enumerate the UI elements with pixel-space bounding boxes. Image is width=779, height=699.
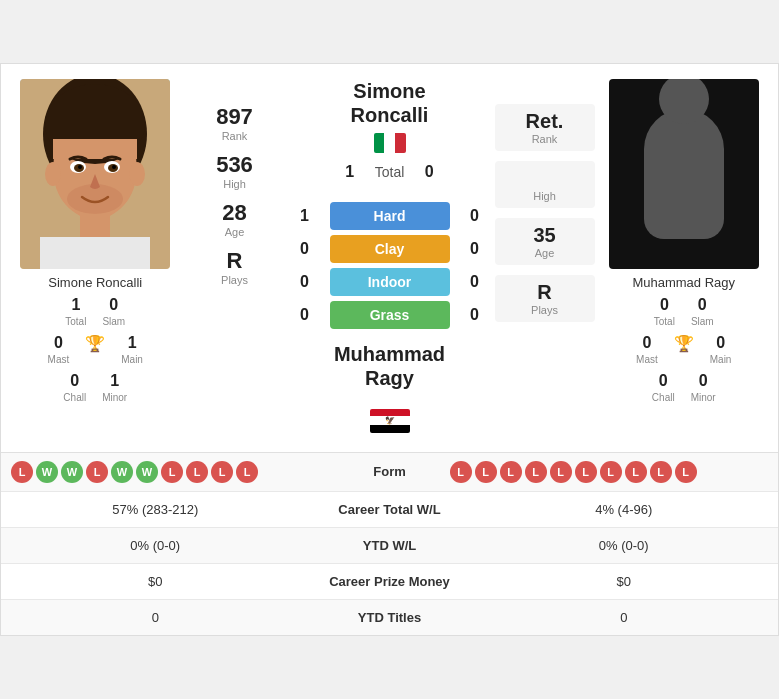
left-trophy-icon: 🏆 <box>85 334 105 366</box>
left-stats-row2: 0 Mast 🏆 1 Main <box>11 334 180 366</box>
stats-row-1: 0% (0-0) YTD W/L 0% (0-0) <box>1 527 778 563</box>
left-rank-stat: 897 Rank <box>216 104 253 142</box>
stats-center-label: Career Prize Money <box>290 574 490 589</box>
stats-row-3: 0 YTD Titles 0 <box>1 599 778 635</box>
left-form-badge: L <box>186 461 208 483</box>
stats-left-val: $0 <box>21 574 290 589</box>
left-chall-stat: 0 Chall <box>63 372 86 404</box>
right-form-badge: L <box>550 461 572 483</box>
left-middle-stats: 897 Rank 536 High 28 Age R Plays <box>180 104 290 442</box>
right-player-section: Muhammad Ragy 0 Total 0 Slam 0 Mast 🏆 <box>600 79 769 442</box>
right-age-stat: 35 Age <box>495 218 595 265</box>
left-form-badge: W <box>36 461 58 483</box>
right-form-badges: LLLLLLLLLL <box>450 461 769 483</box>
left-player-header: SimoneRoncalli <box>351 79 429 127</box>
right-rank-stat: Ret. Rank <box>495 104 595 151</box>
svg-point-12 <box>129 162 145 186</box>
stats-right-val: 4% (4-96) <box>490 502 759 517</box>
main-container: Simone Roncalli 1 Total 0 Slam 0 Mast 🏆 <box>0 63 779 636</box>
right-form-badge: L <box>475 461 497 483</box>
left-plays-stat: R Plays <box>221 248 248 286</box>
left-form-badge: L <box>161 461 183 483</box>
left-form-badge: L <box>11 461 33 483</box>
right-chall-stat: 0 Chall <box>652 372 675 404</box>
left-form-badge: L <box>86 461 108 483</box>
right-form-badge: L <box>450 461 472 483</box>
right-form-badge: L <box>525 461 547 483</box>
right-form-badge: L <box>500 461 522 483</box>
svg-point-9 <box>78 165 82 169</box>
right-form-badge: L <box>600 461 622 483</box>
left-stats-row3: 0 Chall 1 Minor <box>11 372 180 404</box>
svg-rect-14 <box>40 237 150 269</box>
left-form-badge: W <box>61 461 83 483</box>
stats-right-val: 0% (0-0) <box>490 538 759 553</box>
left-player-section: Simone Roncalli 1 Total 0 Slam 0 Mast 🏆 <box>11 79 180 442</box>
total-row: 1 Total 0 <box>335 163 445 181</box>
svg-rect-4 <box>53 139 137 159</box>
right-main-stat: 0 Main <box>710 334 732 366</box>
right-trophy-icon: 🏆 <box>674 334 694 366</box>
stats-row-0: 57% (283-212) Career Total W/L 4% (4-96) <box>1 491 778 527</box>
stats-center-label: Career Total W/L <box>290 502 490 517</box>
left-form-badge: W <box>136 461 158 483</box>
right-minor-stat: 0 Minor <box>691 372 716 404</box>
form-section: LWWLWWLLLL Form LLLLLLLLLL <box>1 452 778 491</box>
left-form-badges: LWWLWWLLLL <box>11 461 330 483</box>
right-flag: 🦅 <box>370 394 410 433</box>
right-player-name: Muhammad Ragy <box>632 275 735 290</box>
right-form-badge: L <box>575 461 597 483</box>
court-btn-grass[interactable]: Grass <box>330 301 450 329</box>
stats-left-val: 0% (0-0) <box>21 538 290 553</box>
left-total-stat: 1 Total <box>65 296 86 328</box>
left-minor-stat: 1 Minor <box>102 372 127 404</box>
top-section: Simone Roncalli 1 Total 0 Slam 0 Mast 🏆 <box>1 64 778 452</box>
svg-point-15 <box>67 184 123 214</box>
left-player-name: Simone Roncalli <box>48 275 142 290</box>
court-row-hard: 1 Hard 0 <box>290 202 490 230</box>
right-player-photo <box>609 79 759 269</box>
right-stats-row2: 0 Mast 🏆 0 Main <box>600 334 769 366</box>
svg-point-10 <box>112 165 116 169</box>
right-player-silhouette <box>644 109 724 239</box>
left-form-badge: L <box>211 461 233 483</box>
right-mast-stat: 0 Mast <box>636 334 658 366</box>
court-btn-indoor[interactable]: Indoor <box>330 268 450 296</box>
stats-left-val: 57% (283-212) <box>21 502 290 517</box>
right-stats-row3: 0 Chall 0 Minor <box>600 372 769 404</box>
stats-center-label: YTD W/L <box>290 538 490 553</box>
left-form-badge: L <box>236 461 258 483</box>
stats-center-label: YTD Titles <box>290 610 490 625</box>
court-btn-hard[interactable]: Hard <box>330 202 450 230</box>
left-high-stat: 536 High <box>216 152 253 190</box>
right-form-badge: L <box>675 461 697 483</box>
stats-left-val: 0 <box>21 610 290 625</box>
left-flag <box>374 131 406 159</box>
center-section: SimoneRoncalli 1 Total 0 1 Hard 0 0 Clay… <box>290 74 490 442</box>
court-btn-clay[interactable]: Clay <box>330 235 450 263</box>
left-slam-stat: 0 Slam <box>102 296 125 328</box>
stats-row-2: $0 Career Prize Money $0 <box>1 563 778 599</box>
left-player-photo <box>20 79 170 269</box>
stats-right-val: $0 <box>490 574 759 589</box>
right-middle-stats: Ret. Rank High 35 Age R Plays <box>490 104 600 442</box>
form-label: Form <box>330 464 450 479</box>
right-slam-stat: 0 Slam <box>691 296 714 328</box>
right-form-badge: L <box>650 461 672 483</box>
right-player-header: MuhammadRagy <box>334 342 445 390</box>
court-row-clay: 0 Clay 0 <box>290 235 490 263</box>
left-main-stat: 1 Main <box>121 334 143 366</box>
court-row-grass: 0 Grass 0 <box>290 301 490 329</box>
court-rows: 1 Hard 0 0 Clay 0 0 Indoor 0 0 Grass 0 <box>290 197 490 334</box>
svg-point-11 <box>45 162 61 186</box>
left-mast-stat: 0 Mast <box>48 334 70 366</box>
stats-table: 57% (283-212) Career Total W/L 4% (4-96)… <box>1 491 778 635</box>
stats-right-val: 0 <box>490 610 759 625</box>
right-form-badge: L <box>625 461 647 483</box>
right-high-stat: High <box>495 161 595 208</box>
right-total-stat: 0 Total <box>654 296 675 328</box>
left-form-badge: W <box>111 461 133 483</box>
court-row-indoor: 0 Indoor 0 <box>290 268 490 296</box>
right-stats-row1: 0 Total 0 Slam <box>600 296 769 328</box>
left-age-stat: 28 Age <box>222 200 246 238</box>
